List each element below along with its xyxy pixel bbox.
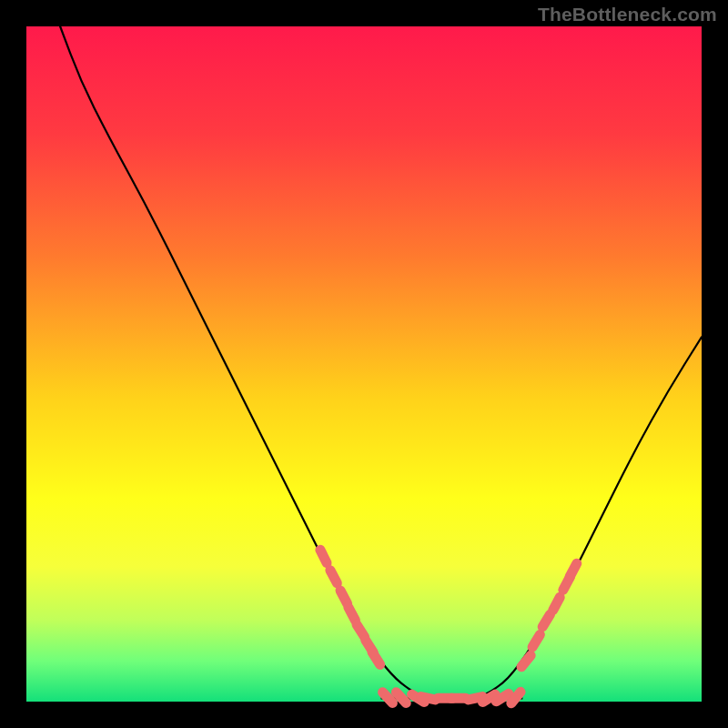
data-marker — [320, 550, 327, 562]
data-marker — [521, 655, 531, 666]
data-marker — [542, 614, 550, 627]
data-marker — [532, 634, 540, 647]
data-marker — [349, 607, 355, 620]
chart-stage: TheBottleneck.com — [0, 0, 728, 728]
data-marker — [496, 693, 509, 701]
data-marker — [570, 563, 576, 576]
data-marker — [340, 591, 347, 603]
watermark-label: TheBottleneck.com — [538, 4, 717, 25]
chart-svg — [0, 0, 728, 728]
data-marker — [357, 624, 365, 636]
data-marker — [553, 597, 560, 610]
data-marker — [372, 652, 380, 664]
data-marker — [330, 571, 337, 583]
data-marker — [511, 692, 521, 703]
plot-background — [26, 26, 702, 702]
